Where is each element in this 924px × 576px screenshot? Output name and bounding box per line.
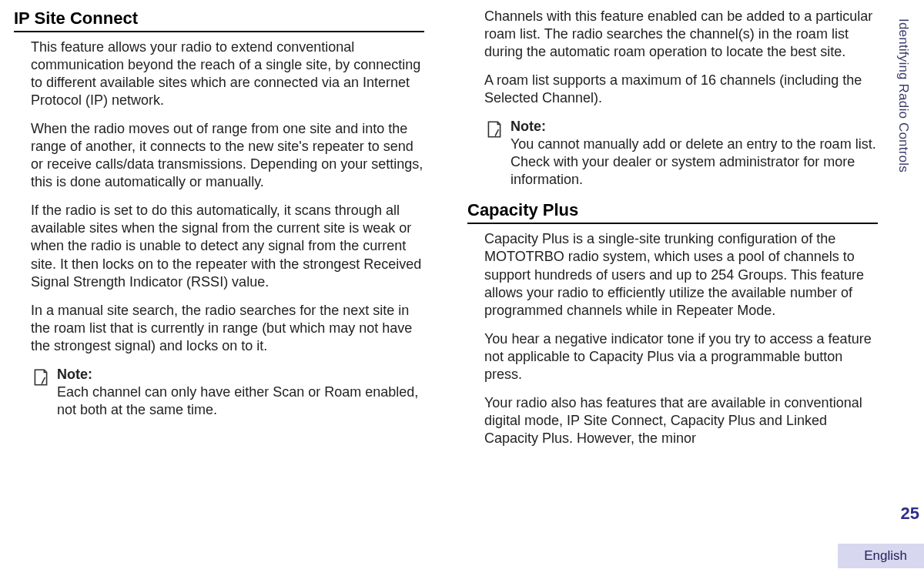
paragraph: When the radio moves out of range from o… xyxy=(31,120,424,191)
side-rail: Identifying Radio Controls xyxy=(886,0,921,576)
section-heading-ip-site-connect: IP Site Connect xyxy=(14,8,424,29)
left-body: This feature allows your radio to extend… xyxy=(14,39,424,419)
language-tab: English xyxy=(838,544,924,568)
paragraph: Capacity Plus is a single-site trunking … xyxy=(484,230,878,319)
note-text: Note: Each channel can only have either … xyxy=(57,366,424,419)
paragraph: You hear a negative indicator tone if yo… xyxy=(484,330,878,383)
section-rule xyxy=(14,31,424,32)
note-block: Note: Each channel can only have either … xyxy=(31,366,424,419)
chapter-label: Identifying Radio Controls xyxy=(896,18,911,172)
note-block: Note: You cannot manually add or delete … xyxy=(484,118,878,189)
left-column: IP Site Connect This feature allows your… xyxy=(8,5,446,568)
paragraph: In a manual site search, the radio searc… xyxy=(31,302,424,355)
note-body: You cannot manually add or delete an ent… xyxy=(511,136,876,187)
note-label: Note: xyxy=(511,118,878,136)
page-number: 25 xyxy=(901,504,919,524)
right-body-bottom: Capacity Plus is a single-site trunking … xyxy=(467,230,878,447)
paragraph: If the radio is set to do this automatic… xyxy=(31,202,424,290)
right-column: Channels with this feature enabled can b… xyxy=(446,5,884,568)
note-icon xyxy=(31,366,57,419)
note-body: Each channel can only have either Scan o… xyxy=(57,384,418,417)
paragraph: Channels with this feature enabled can b… xyxy=(484,8,878,61)
right-body-top: Channels with this feature enabled can b… xyxy=(467,8,878,189)
section-rule xyxy=(467,223,878,224)
paragraph: This feature allows your radio to extend… xyxy=(31,39,424,109)
note-icon xyxy=(484,118,511,189)
note-label: Note: xyxy=(57,366,424,383)
section-heading-capacity-plus: Capacity Plus xyxy=(467,199,878,221)
document-page: IP Site Connect This feature allows your… xyxy=(0,0,924,576)
paragraph: A roam list supports a maximum of 16 cha… xyxy=(484,72,878,107)
paragraph: Your radio also has features that are av… xyxy=(484,394,878,447)
note-text: Note: You cannot manually add or delete … xyxy=(511,118,878,189)
